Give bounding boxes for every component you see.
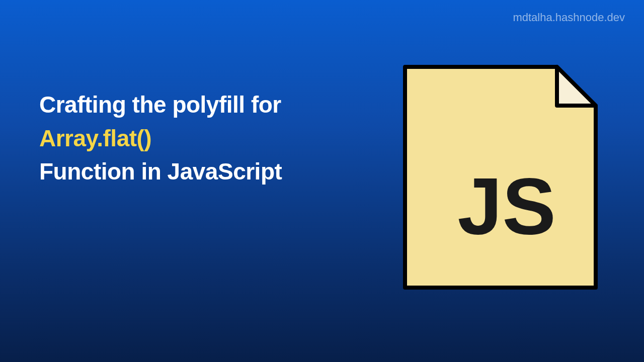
title-line-3: Function in JavaScript bbox=[39, 155, 351, 189]
js-label: JS bbox=[457, 161, 556, 251]
article-title: Crafting the polyfill for Array.flat() F… bbox=[39, 88, 351, 189]
title-line-1: Crafting the polyfill for bbox=[39, 88, 351, 122]
site-url: mdtalha.hashnode.dev bbox=[513, 11, 625, 24]
headline-container: Crafting the polyfill for Array.flat() F… bbox=[39, 88, 351, 189]
javascript-file-icon: JS bbox=[401, 63, 600, 292]
title-line-2: Array.flat() bbox=[39, 122, 351, 155]
